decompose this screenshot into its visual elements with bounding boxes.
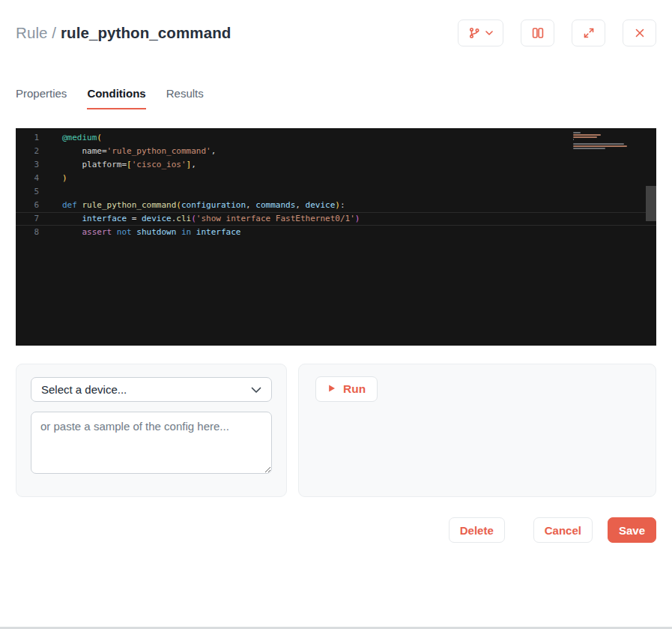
- close-button[interactable]: [623, 19, 656, 46]
- code-line[interactable]: 7 interface = device.cli('show interface…: [16, 212, 656, 226]
- tab-conditions[interactable]: Conditions: [87, 87, 145, 109]
- fullscreen-button[interactable]: [572, 19, 605, 46]
- minimap-line: [573, 136, 597, 138]
- breadcrumb-root[interactable]: Rule: [16, 24, 48, 41]
- code-editor[interactable]: 1@medium(2 name='rule_python_command',3 …: [16, 128, 656, 346]
- tab-results[interactable]: Results: [166, 87, 204, 109]
- minimap-line: [573, 143, 624, 145]
- close-icon: [634, 27, 646, 39]
- split-view-button[interactable]: [521, 19, 554, 46]
- device-test-panel: Select a device...: [16, 364, 287, 497]
- code-text: ): [46, 172, 67, 185]
- code-text: assert not shutdown in interface: [46, 226, 240, 239]
- minimap-line: [573, 148, 605, 149]
- chevron-down-icon: [251, 383, 261, 396]
- code-text: [46, 185, 62, 199]
- rule-name: rule_python_command: [61, 24, 231, 41]
- line-number: 8: [16, 226, 46, 239]
- code-text: platform=['cisco_ios'],: [46, 158, 196, 172]
- code-line[interactable]: 5: [16, 185, 656, 199]
- tab-bar: Properties Conditions Results: [16, 87, 656, 109]
- page-title: Rule / rule_python_command: [16, 24, 231, 42]
- minimap[interactable]: [573, 132, 629, 150]
- config-sample-textarea[interactable]: [31, 412, 272, 474]
- minimap-line: [573, 132, 581, 133]
- line-number: 1: [16, 131, 46, 145]
- git-branch-icon: [468, 27, 480, 39]
- expand-icon: [583, 27, 595, 39]
- code-line[interactable]: 4): [16, 172, 656, 185]
- line-number: 7: [16, 212, 46, 226]
- header-toolbar: [458, 19, 656, 46]
- code-lines: 1@medium(2 name='rule_python_command',3 …: [16, 131, 656, 239]
- save-button[interactable]: Save: [608, 517, 656, 543]
- split-columns-icon: [532, 27, 544, 39]
- line-number: 6: [16, 199, 46, 212]
- cancel-button[interactable]: Cancel: [533, 517, 593, 543]
- device-select[interactable]: Select a device...: [31, 377, 272, 402]
- code-line[interactable]: 2 name='rule_python_command',: [16, 145, 656, 158]
- run-button[interactable]: Run: [315, 376, 378, 402]
- breadcrumb-separator: /: [48, 24, 61, 41]
- caret-down-icon: [485, 31, 493, 35]
- editor-scrollbar[interactable]: [646, 186, 656, 221]
- code-line[interactable]: 1@medium(: [16, 131, 656, 145]
- line-number: 5: [16, 185, 46, 199]
- code-line[interactable]: 8 assert not shutdown in interface: [16, 226, 656, 239]
- play-icon: [327, 382, 336, 396]
- line-number: 2: [16, 145, 46, 158]
- line-number: 4: [16, 172, 46, 185]
- minimap-line: [573, 145, 627, 147]
- delete-button[interactable]: Delete: [449, 517, 505, 543]
- footer-actions: Delete Cancel Save: [16, 517, 656, 543]
- tab-properties[interactable]: Properties: [16, 87, 67, 109]
- code-text: name='rule_python_command',: [46, 145, 216, 158]
- code-text: interface = device.cli('show interface F…: [46, 212, 360, 226]
- code-text: @medium(: [46, 131, 102, 145]
- code-line[interactable]: 6def rule_python_command(configuration, …: [16, 199, 656, 212]
- test-section: Select a device... Run: [16, 364, 656, 497]
- rule-editor-page: Rule / rule_python_command: [0, 0, 672, 543]
- code-text: def rule_python_command(configuration, c…: [46, 199, 345, 212]
- minimap-line: [573, 139, 574, 140]
- code-line[interactable]: 3 platform=['cisco_ios'],: [16, 158, 656, 172]
- line-number: 3: [16, 158, 46, 172]
- device-select-value: Select a device...: [41, 383, 127, 396]
- versions-dropdown-button[interactable]: [458, 19, 503, 46]
- run-panel: Run: [298, 364, 656, 497]
- run-button-label: Run: [343, 382, 366, 396]
- minimap-line: [573, 134, 601, 136]
- page-header: Rule / rule_python_command: [16, 0, 656, 46]
